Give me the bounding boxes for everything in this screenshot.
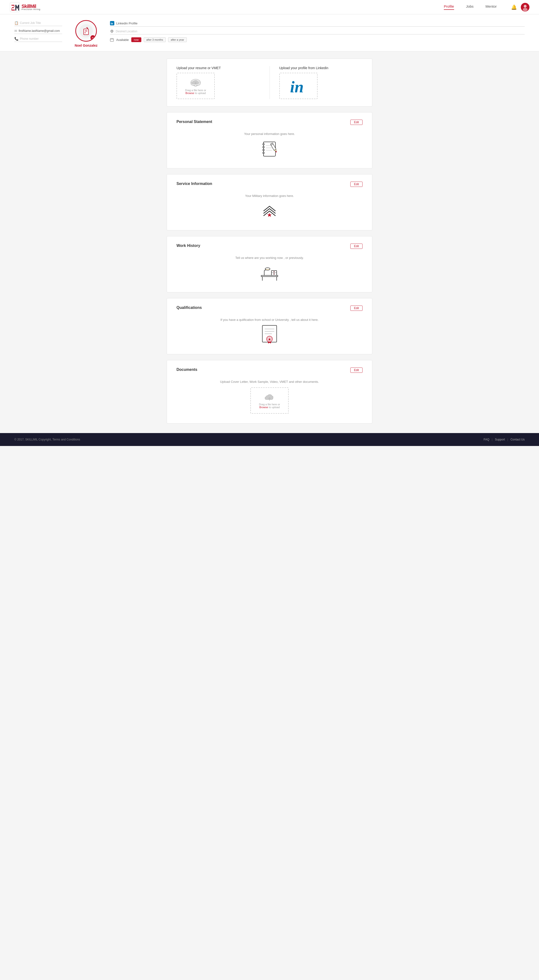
qualifications-edit-btn[interactable]: Edit (350, 305, 363, 311)
svg-point-28 (263, 143, 264, 145)
phone-icon: 📞 (14, 37, 18, 41)
svg-point-14 (111, 30, 113, 32)
logo-icon (10, 2, 20, 13)
qualifications-placeholder: If you have a qulification from school o… (220, 318, 319, 321)
footer-copyright: © 2017, SKILLMIL Copyright, Terms and Co… (14, 438, 80, 441)
phone-field: 📞 Phone number (14, 36, 62, 42)
personal-statement-edit-btn[interactable]: Edit (350, 119, 363, 125)
svg-point-29 (263, 146, 264, 148)
linkedin-logo: in (289, 79, 308, 93)
service-information-illustration (260, 202, 279, 221)
avail-year-btn[interactable]: after a year (168, 37, 187, 42)
certificate-icon (260, 324, 279, 346)
current-job-field: 📋 Current Job Title (14, 20, 62, 26)
location-row: Desired Location (110, 29, 525, 35)
resume-browse-link[interactable]: Browse (185, 92, 194, 94)
linkedin-upload-title: Upload your profile from Linkedin (279, 66, 328, 70)
resume-upload-box[interactable]: Drag a file here or Browse to upload (176, 73, 215, 99)
service-information-edit-btn[interactable]: Edit (350, 181, 363, 187)
qualifications-body: If you have a qulification from school o… (176, 316, 363, 347)
resume-upload-text: Drag a file here or Browse to upload (185, 89, 206, 94)
profile-header: 📋 Current Job Title ✉ firstName.lastName… (0, 14, 539, 51)
profile-name: Noel Gonzalez (75, 43, 98, 48)
linkedin-small-icon: in (110, 21, 114, 25)
upload-divider (270, 66, 270, 99)
work-history-edit-btn[interactable]: Edit (350, 243, 363, 249)
notepad-icon (261, 140, 278, 159)
footer-faq-link[interactable]: FAQ (484, 438, 489, 441)
personal-statement-section: Personal Statement Edit Your personal in… (166, 112, 373, 169)
profile-center: ✏ Noel Gonzalez (69, 20, 103, 51)
svg-point-45 (274, 271, 274, 272)
svg-rect-15 (110, 38, 114, 41)
envelope-icon: ✉ (14, 29, 17, 33)
qualifications-title: Qualifications (176, 305, 202, 310)
svg-point-46 (274, 274, 274, 274)
documents-edit-btn[interactable]: Edit (350, 368, 363, 373)
service-information-title: Service Information (176, 181, 212, 186)
documents-section: Documents Edit Upload Cover Letter, Work… (166, 360, 373, 423)
service-information-body: Your Military information goes here. (176, 192, 363, 223)
email-field: ✉ firstName.lastName@gmail.com (14, 28, 62, 34)
current-job-placeholder: Current Job Title (20, 21, 41, 25)
profile-right: in Linkedin Profile Desired Location Ava… (110, 20, 525, 47)
work-history-illustration (260, 263, 279, 283)
nav-links: Profile Jobs Mentor (444, 4, 497, 10)
briefcase-icon: 📋 (14, 21, 18, 25)
work-history-header: Work History Edit (176, 243, 363, 249)
documents-title: Documents (176, 368, 197, 372)
personal-statement-header: Personal Statement Edit (176, 119, 363, 125)
logo: SkillMil Precision Hiring (10, 2, 40, 13)
personal-statement-placeholder: Your personal information goes here. (244, 132, 295, 136)
nav-profile[interactable]: Profile (444, 4, 454, 10)
phone-placeholder: Phone number (20, 37, 39, 40)
cloud-upload-icon-2 (263, 392, 276, 401)
nav-mentor[interactable]: Mentor (485, 4, 497, 10)
footer-divider-2: | (507, 438, 508, 441)
work-history-section: Work History Edit Tell us where are you … (166, 236, 373, 293)
linkedin-row: in Linkedin Profile (110, 21, 525, 27)
footer-support-link[interactable]: Support (495, 438, 505, 441)
avatar[interactable] (521, 3, 529, 11)
cloud-upload-icon (190, 77, 201, 87)
qualifications-section: Qualifications Edit If you have a qulifi… (166, 298, 373, 354)
linkedin-upload-half: Upload your profile from Linkedin in (279, 66, 363, 99)
svg-point-31 (263, 152, 264, 154)
bell-icon[interactable]: 🔔 (511, 4, 517, 10)
email-value: firstName.lastName@gmail.com (19, 29, 60, 33)
available-label: Available (116, 38, 129, 41)
location-icon (110, 29, 114, 33)
footer-contact-link[interactable]: Contact Us (510, 438, 525, 441)
footer: © 2017, SKILLMIL Copyright, Terms and Co… (0, 433, 539, 446)
work-history-placeholder: Tell us where are you working now , or p… (235, 256, 304, 259)
profile-avatar[interactable]: ✏ (75, 20, 97, 41)
service-information-placeholder: Your Military information goes here. (245, 194, 294, 197)
linkedin-upload-box[interactable]: in (279, 73, 317, 99)
svg-text:in: in (111, 22, 113, 25)
upload-section: Upload your resume or VMET (166, 59, 373, 107)
work-desk-icon (260, 263, 279, 283)
documents-upload-text: Drag a file here or Browse to upload (259, 403, 280, 409)
work-history-title: Work History (176, 243, 200, 248)
svg-point-11 (87, 28, 88, 29)
qualifications-header: Qualifications Edit (176, 305, 363, 311)
nav-jobs[interactable]: Jobs (466, 4, 474, 10)
avail-now-btn[interactable]: now (131, 37, 141, 42)
svg-point-4 (524, 5, 526, 8)
nav-actions: 🔔 (511, 3, 529, 11)
avail-3months-btn[interactable]: after 3 months (144, 37, 166, 42)
work-history-body: Tell us where are you working now , or p… (176, 254, 363, 285)
resume-upload-title: Upload your resume or VMET (176, 66, 221, 70)
edit-avatar-badge[interactable]: ✏ (90, 35, 95, 40)
svg-point-5 (523, 8, 528, 11)
main-content: Upload your resume or VMET (162, 59, 377, 423)
personal-statement-title: Personal Statement (176, 119, 212, 124)
linkedin-large-icon: in (289, 78, 308, 94)
documents-browse-link[interactable]: Browse (259, 406, 268, 409)
linkedin-label: Linkedin Profile (116, 22, 138, 25)
personal-statement-illustration (260, 140, 279, 159)
navbar: SkillMil Precision Hiring Profile Jobs M… (0, 0, 539, 14)
documents-body: Upload Cover Letter, Work Sample, Video,… (176, 377, 363, 416)
documents-upload-box[interactable]: Drag a file here or Browse to upload (250, 387, 289, 414)
service-information-section: Service Information Edit Your Military i… (166, 174, 373, 231)
